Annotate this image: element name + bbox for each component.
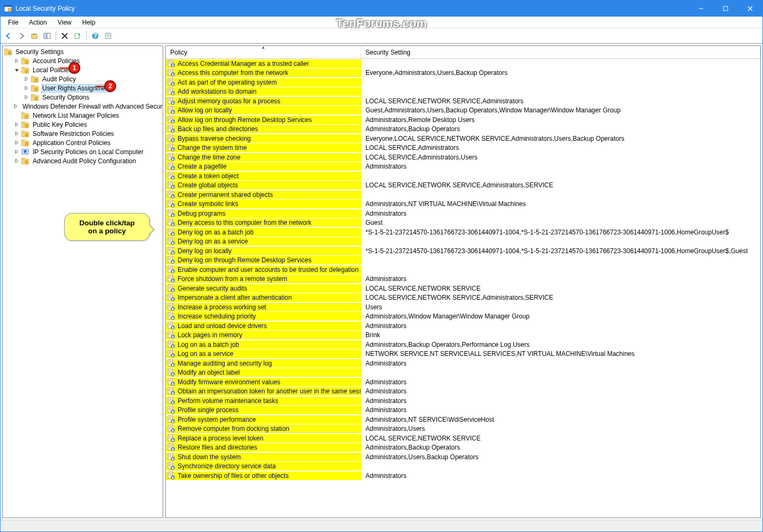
column-header-policy[interactable]: ▲ Policy [166, 46, 361, 58]
svg-rect-335 [172, 430, 174, 432]
policy-row[interactable]: Increase a process working setUsers [166, 302, 760, 312]
policy-row[interactable]: Enable computer and user accounts to be … [166, 265, 760, 275]
policy-row[interactable]: Profile system performanceAdministrators… [166, 415, 760, 424]
policy-row[interactable]: Deny log on locally*S-1-5-21-237214570-1… [166, 246, 760, 256]
expander-closed-icon[interactable] [13, 103, 18, 110]
policy-row[interactable]: Access this computer from the networkEve… [166, 69, 760, 78]
policy-row[interactable]: Create a pagefileAdministrators [166, 162, 760, 172]
policy-row[interactable]: Deny access to this computer from the ne… [166, 218, 760, 228]
tree-item[interactable]: Windows Defender Firewall with Advanced … [3, 102, 163, 111]
minimize-button[interactable] [689, 1, 713, 17]
up-button[interactable] [28, 30, 40, 42]
policy-row[interactable]: Act as part of the operating system [166, 78, 760, 87]
policy-row[interactable]: Create a token object [166, 171, 760, 181]
policy-row[interactable]: Force shutdown from a remote systemAdmin… [166, 275, 760, 284]
titlebar[interactable]: Local Security Policy [1, 1, 762, 17]
policy-row[interactable]: Log on as a serviceNETWORK SERVICE,NT SE… [166, 349, 760, 359]
policy-row[interactable]: Allow log on locallyGuest,Administrators… [166, 106, 760, 116]
policy-row[interactable]: Manage auditing and security logAdminist… [166, 359, 760, 368]
policy-row[interactable]: Profile single processAdministrators [166, 406, 760, 415]
policy-row[interactable]: Shut down the systemAdministrators,Users… [166, 452, 760, 462]
tree-item[interactable]: Application Control Policies [3, 138, 163, 147]
policy-row[interactable]: Back up files and directoriesAdministrat… [166, 125, 760, 134]
policy-row[interactable]: Obtain an impersonation token for anothe… [166, 387, 760, 397]
expander-closed-icon[interactable] [23, 85, 29, 92]
policy-row[interactable]: Access Credential Manager as a trusted c… [166, 59, 760, 69]
column-header-setting[interactable]: Security Setting [361, 46, 760, 58]
policy-row[interactable]: Increase scheduling priorityAdministrato… [166, 312, 760, 322]
policy-row[interactable]: Replace a process level tokenLOCAL SERVI… [166, 434, 760, 443]
tree-item[interactable]: Network List Manager Policies [3, 111, 163, 120]
menu-action[interactable]: Action [25, 18, 51, 27]
policy-row[interactable]: Debug programsAdministrators [166, 209, 760, 218]
forward-button[interactable] [16, 30, 27, 42]
list-pane[interactable]: ▲ Policy Security Setting Access Credent… [165, 45, 761, 518]
export-button[interactable] [72, 30, 83, 42]
policy-name-text: Deny log on through Remote Desktop Servi… [178, 256, 311, 264]
tree-item[interactable]: User Rights Assignment [3, 83, 163, 93]
delete-button[interactable] [59, 30, 71, 42]
tree-item[interactable]: Public Key Policies [3, 120, 163, 129]
policy-row[interactable]: Lock pages in memoryBrink [166, 331, 760, 340]
tree-root[interactable]: Security Settings [3, 47, 163, 56]
tree-item[interactable]: IP Security Policies on Local Computer [3, 147, 163, 156]
svg-rect-192 [169, 241, 171, 241]
policy-row[interactable]: Create global objectsLOCAL SERVICE,NETWO… [166, 181, 760, 191]
menu-view[interactable]: View [54, 18, 76, 27]
policy-row[interactable]: Remove computer from docking stationAdmi… [166, 424, 760, 434]
policy-row[interactable]: Perform volume maintenance tasksAdminist… [166, 396, 760, 406]
show-hide-tree-button[interactable] [41, 30, 53, 42]
policy-name-text: Adjust memory quotas for a process [178, 97, 280, 105]
policy-row[interactable]: Change the system timeLOCAL SERVICE,Admi… [166, 143, 760, 153]
back-button[interactable] [3, 30, 14, 42]
close-button[interactable] [738, 1, 762, 17]
expander-closed-icon[interactable] [13, 149, 20, 155]
expander-closed-icon[interactable] [13, 131, 20, 137]
menu-help[interactable]: Help [78, 18, 100, 27]
tree-item[interactable]: Local Policies [3, 65, 163, 74]
maximize-button[interactable] [713, 1, 738, 17]
policy-row[interactable]: Bypass traverse checkingEveryone,LOCAL S… [166, 134, 760, 143]
policy-row[interactable]: Change the time zoneLOCAL SERVICE,Admini… [166, 153, 760, 162]
policy-row[interactable]: Deny log on through Remote Desktop Servi… [166, 256, 760, 265]
svg-point-52 [24, 150, 27, 153]
expander-closed-icon[interactable] [13, 140, 20, 146]
tree-item[interactable]: Security Options [3, 93, 163, 102]
policy-row[interactable]: Deny log on as a service [166, 237, 760, 247]
policy-row[interactable]: Take ownership of files or other objects… [166, 471, 760, 481]
list-body[interactable]: Access Credential Manager as a trusted c… [166, 59, 760, 518]
policy-row[interactable]: Synchronize directory service data [166, 462, 760, 472]
svg-rect-122 [169, 147, 171, 148]
properties-button[interactable] [102, 30, 114, 42]
expander-open-icon[interactable] [13, 67, 20, 73]
policy-row[interactable]: Adjust memory quotas for a processLOCAL … [166, 96, 760, 106]
policy-row[interactable]: Allow log on through Remote Desktop Serv… [166, 115, 760, 125]
policy-icon [167, 228, 176, 237]
tree-item[interactable]: Advanced Audit Policy Configuration [3, 156, 163, 165]
expander-closed-icon[interactable] [23, 94, 29, 101]
policy-row[interactable]: Create symbolic linksAdministrators,NT V… [166, 200, 760, 209]
policy-row[interactable]: Restore files and directoriesAdministrat… [166, 443, 760, 453]
help-button[interactable]: ? [89, 30, 101, 42]
tree-pane[interactable]: Security Settings Account PoliciesLocal … [2, 45, 163, 518]
expander-closed-icon[interactable] [13, 58, 20, 64]
expander-closed-icon[interactable] [23, 76, 29, 82]
policy-row[interactable]: Modify firmware environment valuesAdmini… [166, 377, 760, 387]
policy-name-text: Remove computer from docking station [178, 425, 289, 432]
policy-row[interactable]: Deny log on as a batch job*S-1-5-21-2372… [166, 227, 760, 237]
policy-row[interactable]: Create permanent shared objects [166, 190, 760, 200]
tree-item[interactable]: Audit Policy [3, 74, 163, 83]
svg-rect-69 [172, 74, 174, 76]
policy-row[interactable]: Load and unload device driversAdministra… [166, 321, 760, 331]
policy-row[interactable]: Generate security auditsLOCAL SERVICE,NE… [166, 284, 760, 293]
tree-item[interactable]: Software Restriction Policies [3, 129, 163, 138]
policy-icon [167, 331, 176, 339]
expander-closed-icon[interactable] [13, 121, 20, 128]
expander-closed-icon[interactable] [13, 158, 20, 164]
policy-row[interactable]: Modify an object label [166, 368, 760, 378]
policy-row[interactable]: Add workstations to domain [166, 87, 760, 97]
menu-file[interactable]: File [4, 18, 22, 27]
tree-item[interactable]: Account Policies [3, 56, 163, 65]
policy-row[interactable]: Impersonate a client after authenticatio… [166, 293, 760, 303]
policy-row[interactable]: Log on as a batch jobAdministrators,Back… [166, 340, 760, 349]
